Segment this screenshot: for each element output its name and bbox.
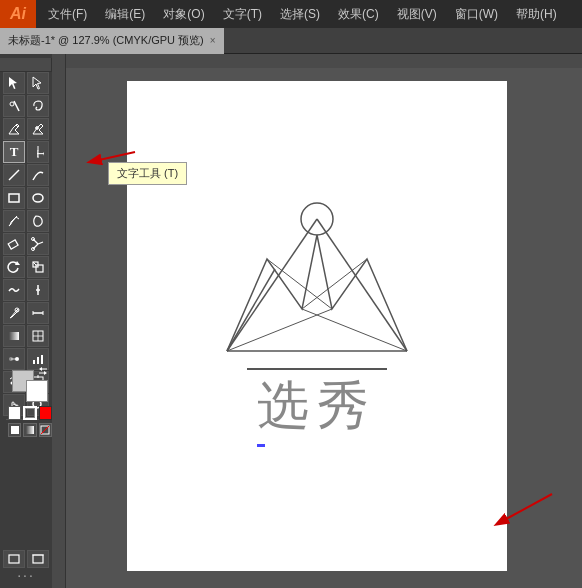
tool-row-line: [2, 164, 50, 186]
menu-window[interactable]: 窗口(W): [447, 4, 506, 25]
scissors-tool[interactable]: [27, 233, 49, 255]
svg-line-72: [497, 494, 552, 524]
workspace: T T: [0, 54, 582, 588]
menu-type[interactable]: 文字(T): [215, 4, 270, 25]
svg-line-58: [227, 219, 317, 351]
ellipse-tool[interactable]: [27, 187, 49, 209]
svg-rect-10: [9, 194, 19, 202]
rotate-tool[interactable]: [3, 256, 25, 278]
type-tool[interactable]: T: [3, 141, 25, 163]
tab-close[interactable]: ×: [210, 35, 216, 46]
text-cursor: [257, 444, 265, 447]
tool-row-selection: [2, 72, 50, 94]
gradient-mode-btn[interactable]: [23, 423, 36, 437]
eraser-tool[interactable]: [3, 233, 25, 255]
svg-rect-52: [9, 555, 19, 563]
menu-object[interactable]: 对象(O): [155, 4, 212, 25]
rect-tool[interactable]: [3, 187, 25, 209]
fill-indicator[interactable]: [8, 406, 21, 420]
red-color-chip[interactable]: [39, 406, 52, 420]
swap-colors-icon[interactable]: [38, 366, 48, 376]
menu-effect[interactable]: 效果(C): [330, 4, 387, 25]
menu-help[interactable]: 帮助(H): [508, 4, 565, 25]
toolbar-more-tools[interactable]: ...: [17, 564, 35, 580]
tool-row-2: [2, 95, 50, 117]
menu-edit[interactable]: 编辑(E): [97, 4, 153, 25]
type-vertical-tool[interactable]: T: [27, 141, 49, 163]
arc-tool[interactable]: [27, 164, 49, 186]
svg-rect-49: [26, 426, 34, 434]
menu-file[interactable]: 文件(F): [40, 4, 95, 25]
svg-line-2: [14, 101, 19, 111]
scale-tool[interactable]: [27, 256, 49, 278]
menu-select[interactable]: 选择(S): [272, 4, 328, 25]
svg-line-60: [227, 269, 275, 351]
line-tool[interactable]: [3, 164, 25, 186]
direct-selection-tool[interactable]: [27, 72, 49, 94]
svg-line-67: [267, 259, 332, 309]
tab-label: 未标题-1* @ 127.9% (CMYK/GPU 预览): [8, 33, 204, 48]
lasso-tool[interactable]: [27, 95, 49, 117]
selection-tool[interactable]: [3, 72, 25, 94]
color-section: [8, 366, 52, 437]
normal-mode-btn[interactable]: [8, 423, 21, 437]
blob-brush-tool[interactable]: [27, 210, 49, 232]
measure-tool[interactable]: [27, 302, 49, 324]
tool-row-brush: [2, 210, 50, 232]
stroke-indicator[interactable]: [23, 406, 36, 420]
tool-row-warp: [2, 279, 50, 301]
svg-rect-37: [41, 355, 43, 364]
magic-wand-tool[interactable]: [3, 95, 25, 117]
svg-rect-35: [33, 360, 35, 364]
svg-marker-1: [33, 77, 41, 89]
menu-view[interactable]: 视图(V): [389, 4, 445, 25]
svg-rect-28: [9, 332, 19, 340]
svg-line-70: [90, 152, 135, 162]
menu-items: 文件(F) 编辑(E) 对象(O) 文字(T) 选择(S) 效果(C) 视图(V…: [36, 4, 565, 25]
tool-row-gradient: [2, 325, 50, 347]
menu-bar: Ai 文件(F) 编辑(E) 对象(O) 文字(T) 选择(S) 效果(C) 视…: [0, 0, 582, 28]
gradient-tool[interactable]: [3, 325, 25, 347]
canvas-content: 选秀: [127, 81, 507, 571]
canvas-area: 选秀 文字工具 (T): [52, 54, 582, 588]
mesh-tool[interactable]: [27, 325, 49, 347]
ruler-left: [52, 54, 66, 588]
app-logo: Ai: [0, 0, 36, 28]
tool-group: T T: [0, 72, 52, 497]
svg-line-9: [9, 170, 19, 180]
ruler-corner: [0, 58, 52, 72]
svg-text:T: T: [34, 150, 45, 157]
svg-rect-53: [33, 555, 43, 563]
none-mode-btn[interactable]: [39, 423, 52, 437]
arrow-to-canvas-text: [477, 484, 557, 534]
svg-rect-48: [11, 426, 19, 434]
tool-row-transform: [2, 256, 50, 278]
width-tool[interactable]: [27, 279, 49, 301]
arrow-to-type-tool: [80, 142, 140, 172]
crown-text: 选秀: [257, 371, 377, 441]
svg-rect-13: [8, 240, 18, 249]
tool-row-type: T T: [2, 141, 50, 163]
tab-bar: 未标题-1* @ 127.9% (CMYK/GPU 预览) ×: [0, 28, 582, 54]
svg-line-59: [317, 219, 407, 351]
eyedropper-tool[interactable]: [3, 302, 25, 324]
crown-illustration: [197, 191, 437, 391]
paintbrush-tool[interactable]: [3, 210, 25, 232]
pen-tool[interactable]: [3, 118, 25, 140]
svg-line-12: [16, 217, 19, 219]
tool-row-shape: [2, 187, 50, 209]
svg-point-3: [10, 102, 14, 106]
svg-line-66: [302, 259, 367, 309]
background-color[interactable]: [26, 380, 48, 402]
ruler-top: [52, 54, 582, 68]
color-boxes: [12, 366, 48, 402]
svg-line-51: [41, 426, 49, 434]
warp-tool[interactable]: [3, 279, 25, 301]
toolbar: T T: [0, 54, 52, 588]
canvas-text-area: 选秀: [257, 371, 377, 441]
svg-point-11: [33, 194, 43, 202]
canvas-document: 选秀: [127, 81, 507, 571]
tab-document[interactable]: 未标题-1* @ 127.9% (CMYK/GPU 预览) ×: [0, 28, 224, 54]
add-anchor-tool[interactable]: [27, 118, 49, 140]
tool-row-eyedropper: [2, 302, 50, 324]
